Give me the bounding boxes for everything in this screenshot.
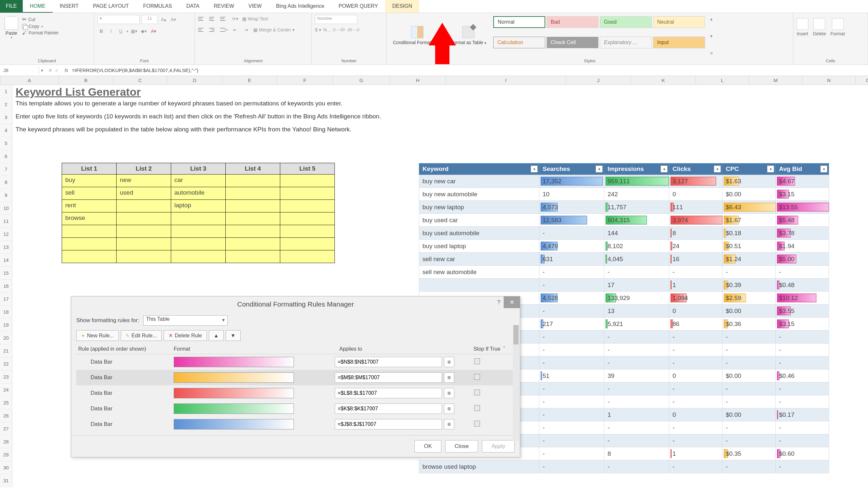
decrease-decimal-button[interactable]: .00→.0 [347,27,360,32]
stop-if-true-checkbox[interactable] [474,405,480,411]
tab-power-query[interactable]: POWER QUERY [331,0,385,13]
keyword-list-table[interactable]: List 1List 2List 3List 4List 5 buynewcar… [62,163,335,263]
column-header-E[interactable]: E [222,76,277,85]
new-rule-button[interactable]: ✦New Rule... [76,330,119,341]
rule-applies-input[interactable] [335,388,442,398]
row-header-19[interactable]: 19 [0,319,12,331]
row-header-2[interactable]: 2 [0,98,12,111]
font-size-select[interactable]: 11 [142,15,158,24]
row-header-22[interactable]: 22 [0,358,12,370]
rules-scrollbar[interactable] [513,325,519,441]
kl-cell[interactable]: car [171,174,226,187]
kl-cell[interactable] [171,250,226,263]
delete-cells-button[interactable]: Delete [813,18,826,57]
column-header-M[interactable]: M [749,76,802,85]
row-header-9[interactable]: 9 [0,189,12,202]
table-row[interactable]: -171$0.39$0.48 [419,279,829,291]
row-header-6[interactable]: 6 [0,150,12,163]
dialog-apply-button[interactable]: Apply [482,440,515,453]
filter-dropdown-icon[interactable]: ▾ [820,166,827,173]
kl-cell[interactable] [116,200,171,212]
column-header-D[interactable]: D [167,76,222,85]
rule-row[interactable]: Data Bar⊞ [76,417,515,432]
kl-cell[interactable] [116,250,171,263]
row-header-12[interactable]: 12 [0,228,12,241]
range-selector-button[interactable]: ⊞ [444,388,454,398]
align-bottom-button[interactable] [220,15,228,23]
stop-if-true-checkbox[interactable] [474,374,480,380]
filter-dropdown-icon[interactable]: ▾ [714,166,721,173]
kl-cell[interactable] [116,212,171,225]
style-explanatory[interactable]: Explanatory ... [600,37,652,48]
move-rule-up-button[interactable]: ▲ [209,330,224,341]
stop-if-true-checkbox[interactable] [474,390,480,395]
tab-insert[interactable]: INSERT [53,0,86,13]
row-header-14[interactable]: 14 [0,254,12,267]
accounting-button[interactable]: $ ▾ [315,27,321,33]
row-header-21[interactable]: 21 [0,344,12,358]
kl-cell[interactable] [280,174,335,187]
filter-dropdown-icon[interactable]: ▾ [767,166,774,173]
cell-styles-gallery[interactable]: Normal Bad Good Neutral Calculation Chec… [492,15,706,57]
align-left-button[interactable] [198,26,206,34]
kl-cell[interactable] [280,238,335,250]
cut-button[interactable]: ✂Cut [22,16,59,22]
column-header-C[interactable]: C [113,76,167,85]
fx-icon[interactable]: fx [65,68,68,73]
row-header-16[interactable]: 16 [0,280,12,292]
tab-bing-ads[interactable]: Bing Ads Intelligence [269,0,331,13]
kl-cell[interactable] [226,187,280,200]
row-header-25[interactable]: 25 [0,396,12,409]
kl-cell[interactable] [62,250,116,263]
stop-if-true-checkbox[interactable] [474,421,480,426]
style-good[interactable]: Good [600,16,652,28]
formula-input[interactable]: =IFERROR(VLOOKUP(I8,$AI$8:$AL$17007,4,FA… [71,66,868,74]
edit-rule-button[interactable]: ✎Edit Rule... [121,330,162,341]
kl-cell[interactable] [62,238,116,250]
column-header-J[interactable]: J [566,76,631,85]
kl-cell[interactable] [226,200,280,212]
paste-button[interactable]: Paste ▾ [3,15,19,57]
column-header-A[interactable]: A [0,76,59,85]
orientation-button[interactable]: ⟳▾ [231,15,239,23]
kl-cell[interactable]: used [116,187,171,200]
style-neutral[interactable]: Neutral [653,16,705,28]
row-header-28[interactable]: 28 [0,435,12,448]
table-row[interactable]: buy new automobile102420$0.00$3.15 [419,188,829,201]
row-header-13[interactable]: 13 [0,241,12,254]
row-header-17[interactable]: 17 [0,292,12,306]
align-right-button[interactable] [220,26,228,34]
kl-cell[interactable]: browse [62,212,116,225]
wrap-text-button[interactable]: ▦ Wrap Text [242,16,268,21]
kl-cell[interactable] [280,225,335,238]
range-selector-button[interactable]: ⊞ [444,357,454,367]
row-header-7[interactable]: 7 [0,163,12,176]
column-header-G[interactable]: G [333,76,390,85]
format-painter-button[interactable]: Format Painter [22,30,59,35]
row-header-20[interactable]: 20 [0,331,12,344]
style-check-cell[interactable]: Check Cell [546,37,598,48]
rule-applies-input[interactable] [335,403,442,414]
align-middle-button[interactable] [209,15,217,23]
dialog-ok-button[interactable]: OK [414,440,441,453]
kl-cell[interactable] [280,212,335,225]
decrease-indent-button[interactable]: ⇤ [231,26,239,34]
increase-indent-button[interactable]: ⇥ [242,26,250,34]
tab-review[interactable]: REVIEW [206,0,241,13]
style-bad[interactable]: Bad [546,16,598,28]
table-row[interactable]: browse used laptop----- [419,460,829,473]
move-rule-down-button[interactable]: ▼ [226,330,241,341]
rule-row[interactable]: Data Bar⊞ [76,385,515,401]
table-row[interactable]: buy new car17,352959,1113,127$1.63$4.67 [419,175,829,188]
styles-scroll[interactable]: ▴▾≡ [709,15,714,57]
rule-row[interactable]: Data Bar⊞ [76,354,515,370]
kl-cell[interactable]: automobile [171,187,226,200]
range-selector-button[interactable]: ⊞ [444,419,454,430]
range-selector-button[interactable]: ⊞ [444,403,454,414]
font-name-select[interactable]: ▾ [97,15,140,24]
kl-cell[interactable] [226,212,280,225]
row-header-11[interactable]: 11 [0,215,12,228]
increase-font-button[interactable]: A▴ [160,16,167,23]
rule-row[interactable]: Data Bar⊞ [76,370,515,385]
filter-dropdown-icon[interactable]: ▾ [596,166,603,173]
